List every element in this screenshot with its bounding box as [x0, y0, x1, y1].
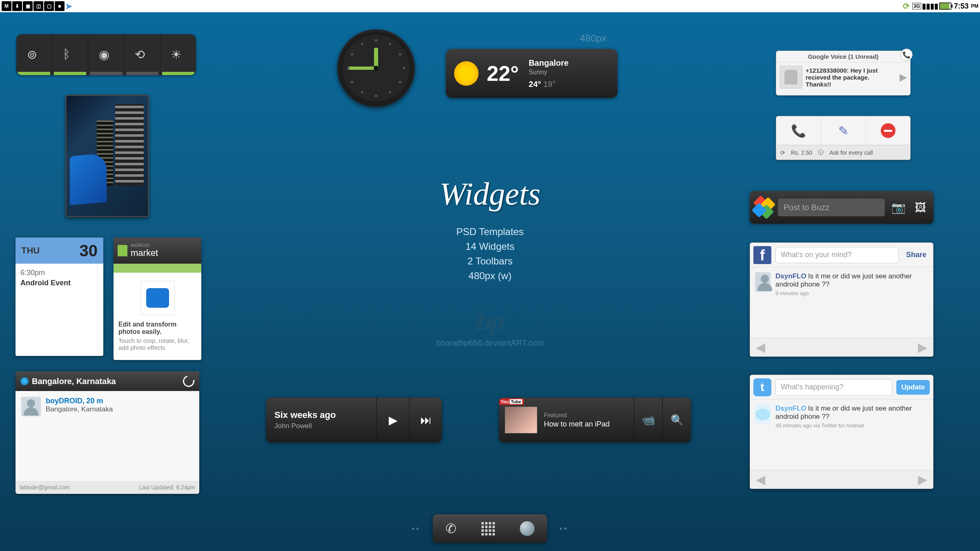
latitude-email: latitude@gmail.com: [20, 484, 70, 491]
search-button[interactable]: 🔍: [662, 398, 691, 442]
search-icon: 🔍: [670, 414, 684, 427]
refresh-icon[interactable]: [181, 373, 196, 389]
wifi-icon: ⊚: [27, 47, 42, 62]
brightness-toggle[interactable]: ☀: [160, 34, 196, 75]
youtube-widget: You Featured How to melt an iPad 📹 🔍: [499, 398, 691, 442]
sync-toggle[interactable]: ⟲: [125, 34, 160, 75]
call-button[interactable]: 📞: [776, 116, 821, 145]
twitter-logo-icon: t: [753, 378, 771, 396]
next-arrow-icon[interactable]: ▶: [900, 71, 907, 83]
chat-icon: ☻: [55, 1, 65, 11]
phone-icon: 📞: [791, 124, 806, 138]
balance: Rs. 2.50: [791, 149, 812, 156]
gps-toggle[interactable]: ◉: [88, 34, 124, 75]
wallpaper-title-block: Widgets PSD Templates 14 Widgets 2 Toolb…: [436, 176, 543, 348]
photo-frame-widget[interactable]: [65, 95, 149, 217]
play-button[interactable]: ▶: [376, 398, 409, 442]
google-voice-widget[interactable]: Google Voice (1 Unread) 📞 +12128338000: …: [776, 51, 911, 96]
wallpaper-line2: 14 Widgets: [436, 239, 543, 254]
camera-icon: 📷: [891, 201, 906, 214]
fb-placeholder: What's on your mind?: [781, 251, 852, 259]
browser-button[interactable]: [520, 521, 535, 536]
tw-avatar: [755, 404, 771, 424]
latitude-widget[interactable]: Bangalore, Karnataka boyDROID, 20 m Bang…: [16, 371, 199, 494]
analog-clock-widget[interactable]: [337, 29, 415, 107]
sync-icon: ⟲: [135, 47, 149, 62]
play-icon: ▶: [389, 413, 398, 427]
gallery-icon: 🖼: [915, 201, 926, 214]
facebook-widget: f What's on your mind? Share DsynFLO Is …: [750, 242, 933, 357]
next-icon: ⏭: [420, 413, 432, 427]
dock-dots-left[interactable]: ••: [412, 524, 421, 533]
app-icon: ▢: [44, 1, 54, 11]
fb-status-input[interactable]: What's on your mind?: [775, 247, 899, 263]
tw-prev-button[interactable]: ◀: [756, 472, 765, 487]
tw-next-button[interactable]: ▶: [918, 472, 927, 487]
fb-next-button[interactable]: ▶: [918, 340, 927, 354]
tw-status-input[interactable]: What's happening?: [775, 379, 892, 395]
buzz-widget: Post to Buzz 📷 🖼: [750, 191, 933, 224]
fb-post-time: 9 minutes ago: [775, 290, 928, 296]
phone-icon[interactable]: 📞: [900, 49, 913, 61]
market-widget[interactable]: ANDROIDmarket Edit and transform photos …: [114, 238, 201, 360]
tw-update-button[interactable]: Update: [896, 380, 930, 395]
record-button[interactable]: 📹: [634, 398, 662, 442]
buzz-logo-icon: [754, 198, 773, 217]
vr-icon: ◫: [33, 1, 43, 11]
weather-high: 24°: [529, 80, 541, 89]
dock-dots-right[interactable]: ••: [559, 524, 568, 533]
call-manager-widget: 📞 ✎ ◷ ⟳ Rs. 2.50 ⓘ Ask for every call: [776, 116, 911, 160]
fb-prev-button[interactable]: ◀: [756, 340, 765, 354]
latitude-updated: Last Updated: 6:24pm: [139, 484, 195, 491]
event-title: Android Event: [20, 279, 98, 287]
facebook-logo-icon: f: [753, 246, 771, 264]
twitter-widget: t What's happening? Update DsynFLO Is it…: [750, 375, 933, 489]
dialer-button[interactable]: ✆: [445, 521, 457, 536]
wifi-toggle[interactable]: ⊚: [16, 34, 52, 75]
minute-hand: [347, 67, 376, 70]
fb-share-button[interactable]: Share: [903, 251, 930, 259]
market-brand: market: [131, 248, 158, 258]
bluetooth-toggle[interactable]: ᛒ: [52, 34, 88, 75]
next-button[interactable]: ⏭: [409, 398, 442, 442]
status-bar: M ⬇ ▣ ◫ ▢ ☻ ➤ ⟳ 3G ▮▮▮▮ 7:53 PM: [0, 0, 980, 12]
buzz-placeholder: Post to Buzz: [784, 203, 829, 212]
fb-username: DsynFLO: [775, 272, 806, 280]
user-avatar: [21, 397, 41, 416]
width-annotation: 480px: [580, 33, 980, 44]
camera-button[interactable]: 📷: [889, 198, 907, 216]
download-icon: ⬇: [12, 1, 22, 11]
weather-city: Bangalore: [529, 58, 569, 68]
stop-icon: [881, 123, 895, 138]
market-bag-icon: [118, 245, 127, 256]
app-drawer-button[interactable]: [481, 522, 495, 535]
globe-icon: [20, 377, 29, 385]
market-small: ANDROID: [131, 243, 158, 248]
block-button[interactable]: [866, 116, 910, 145]
network-type: 3G: [912, 3, 921, 9]
video-thumbnail[interactable]: [505, 407, 537, 433]
calendar-widget[interactable]: THU 30 6:30pm Android Event: [16, 238, 103, 356]
buzz-input[interactable]: Post to Buzz: [777, 198, 885, 217]
camera-icon: 📹: [642, 414, 655, 427]
photo-image: [67, 96, 148, 216]
brightness-icon: ☀: [171, 47, 185, 62]
wallpaper-line3: 2 Toolbars: [436, 254, 543, 269]
weather-low: 19°: [543, 80, 555, 89]
featured-label: Featured: [544, 412, 627, 418]
compose-button[interactable]: ✎: [821, 116, 866, 145]
battery-icon: [939, 2, 951, 10]
weather-widget[interactable]: 22° Bangalore Sunny 24° 19°: [446, 49, 617, 98]
edit-icon: ✎: [838, 124, 849, 138]
nav-arrow-icon: ➤: [65, 1, 72, 11]
gallery-button[interactable]: 🖼: [911, 198, 929, 216]
wallpaper-title: Widgets: [436, 176, 543, 212]
bp-logo: bp: [476, 308, 504, 334]
track-title: Six weeks ago: [274, 410, 368, 420]
voice-message: +12128338000: Hey I just recieved the pa…: [806, 67, 896, 88]
gps-icon: ◉: [99, 47, 114, 62]
gv-header: Google Voice (1 Unread): [808, 53, 878, 60]
hour-hand: [374, 48, 378, 68]
market-sub: Touch to crop, rotate, blur, add photo e…: [118, 337, 196, 351]
info-icon: ⓘ: [818, 149, 824, 156]
